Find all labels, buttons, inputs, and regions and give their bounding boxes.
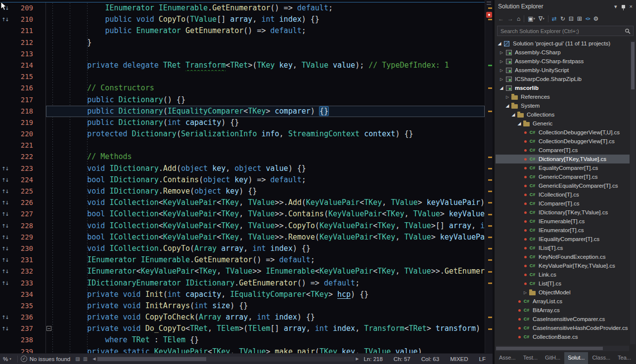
pin-icon[interactable] — [622, 3, 625, 9]
expanded-arrow-icon[interactable]: ◢ — [499, 85, 504, 90]
scroll-right-button[interactable]: ▶ — [356, 357, 359, 361]
tree-item[interactable]: ▷Assembly-CSharp — [496, 48, 630, 57]
tree-item[interactable]: C#ICollection[T].cs — [496, 190, 630, 199]
tree-horizontal-scrollbar[interactable] — [496, 346, 629, 351]
tree-item[interactable]: ◢Solution 'project-gui' (11 of 11 projec… — [496, 39, 630, 48]
tree-item[interactable]: C#IEnumerator[T].cs — [496, 226, 630, 235]
code-line-body[interactable]: // Methods — [45, 151, 485, 162]
expanded-arrow-icon[interactable]: ◢ — [510, 112, 516, 117]
tree-item[interactable]: C#List[T].cs — [496, 279, 630, 288]
code-line-body[interactable]: IEnumerator<KeyValuePair<TKey, TValue>> … — [45, 266, 485, 277]
reference-arrows-icon[interactable]: ↑↓ — [1, 323, 8, 334]
home-button[interactable]: ⌂ — [517, 15, 520, 22]
tree-item[interactable]: C#Dictionary[TKey,TValue].cs — [496, 155, 630, 163]
code-line-body[interactable]: IDictionaryEnumerator IDictionary.GetEnu… — [45, 278, 485, 289]
tree-item[interactable]: ▷References — [496, 92, 630, 101]
collapse-all-button[interactable]: ⊟ — [569, 15, 574, 22]
code-line-body[interactable]: protected Dictionary(SerializationInfo i… — [45, 128, 485, 140]
editor-vertical-scrollbar[interactable] — [485, 0, 493, 353]
code-line-body[interactable]: public Enumerator GetEnumerator() => def… — [45, 25, 485, 37]
tree-item[interactable]: C#GenericEqualityComparer[T].cs — [496, 181, 630, 190]
code-line-body[interactable] — [45, 71, 485, 82]
code-line-body[interactable]: IEnumerator IEnumerable.GetEnumerator() … — [45, 2, 485, 14]
hscroll-thumb[interactable] — [97, 357, 206, 361]
code-line-body[interactable]: bool IDictionary.Contains(object key) =>… — [45, 174, 485, 186]
reference-arrows-icon[interactable]: ↑↓ — [1, 220, 8, 232]
forward-button[interactable]: → — [507, 15, 513, 22]
collapsed-arrow-icon[interactable]: ▷ — [504, 95, 510, 99]
code-editor[interactable]: ↑↓209 IEnumerator IEnumerable.GetEnumera… — [0, 0, 493, 353]
reference-arrows-icon[interactable]: ↑↓ — [1, 197, 8, 208]
tree-item[interactable]: C#KeyValuePair[TKey,TValue].cs — [496, 261, 630, 270]
sync-with-active-document-button[interactable]: ⇄ — [552, 15, 557, 22]
code-line-body[interactable]: private void Init(int capacity, IEqualit… — [45, 289, 485, 300]
tree-item[interactable]: C#IComparer[T].cs — [496, 199, 630, 208]
reference-arrows-icon[interactable]: ↑↓ — [1, 312, 8, 323]
tree-item[interactable]: ▷ObjectModel — [496, 288, 630, 297]
search-icon[interactable] — [625, 28, 631, 34]
reference-arrows-icon[interactable]: ↑↓ — [1, 163, 8, 174]
code-line-body[interactable]: void ICollection<KeyValuePair<TKey, TVal… — [45, 197, 485, 208]
expanded-arrow-icon[interactable]: ◢ — [516, 121, 522, 126]
code-line-body[interactable]: bool ICollection<KeyValuePair<TKey, TVal… — [45, 208, 485, 220]
tree-item[interactable]: C#EqualityComparer[T].cs — [496, 163, 630, 172]
document-health[interactable]: ✓ No issues found — [21, 356, 70, 362]
collapsed-arrow-icon[interactable]: ▷ — [499, 50, 504, 55]
collapsed-arrow-icon[interactable]: ▷ — [499, 68, 504, 73]
tree-item[interactable]: ▷Assembly-UnityScript — [496, 66, 630, 75]
code-line-body[interactable]: IEnumerator IEnumerable.GetEnumerator() … — [45, 254, 485, 266]
tree-item[interactable]: ◢Collections — [496, 110, 630, 119]
back-button[interactable]: ← — [498, 15, 504, 22]
reference-arrows-icon[interactable]: ↑↓ — [1, 14, 8, 25]
expanded-arrow-icon[interactable]: ◢ — [504, 103, 510, 108]
tree-item[interactable]: ◢System — [496, 101, 630, 110]
search-box[interactable] — [497, 26, 634, 36]
collapsed-arrow-icon[interactable]: ▷ — [499, 59, 504, 64]
tree-hscroll-thumb[interactable] — [496, 347, 603, 350]
expanded-arrow-icon[interactable]: ◢ — [497, 41, 502, 46]
search-input[interactable] — [498, 28, 625, 34]
reference-arrows-icon[interactable]: ↑↓ — [1, 174, 8, 186]
tree-item[interactable]: C#GenericComparer[T].cs — [496, 172, 630, 181]
panel-tab-asse[interactable]: Asse... — [496, 352, 519, 364]
reference-arrows-icon[interactable]: ↑↓ — [1, 266, 8, 277]
panel-tab-class[interactable]: Class... — [589, 352, 614, 364]
reference-arrows-icon[interactable]: ↑↓ — [1, 186, 8, 197]
hscroll-track[interactable] — [96, 357, 355, 362]
tree-item[interactable]: C#IList[T].cs — [496, 243, 630, 252]
tree-item[interactable]: ▷Assembly-CSharp-firstpass — [496, 57, 630, 66]
show-all-files-button[interactable]: ⊞ — [577, 15, 582, 22]
code-line-body[interactable]: private delegate TRet Transform<TRet>(TK… — [45, 60, 485, 71]
code-line-body[interactable]: private static KeyValuePair<TKey, TValue… — [45, 346, 485, 353]
reference-arrows-icon[interactable]: ↑↓ — [1, 208, 8, 220]
tree-item[interactable]: ◢mscorlib — [496, 83, 630, 92]
reference-arrows-icon[interactable]: ↑↓ — [1, 243, 8, 254]
filter-button[interactable]: ∇▾ — [539, 15, 545, 22]
panel-tab-tea[interactable]: Tea... — [614, 352, 635, 364]
panel-title-bar[interactable]: Solution Explorer ▾× — [495, 0, 636, 13]
code-line-body[interactable] — [45, 140, 485, 151]
code-line-body[interactable]: // Constructors — [45, 82, 485, 94]
code-line-body[interactable]: private void InitArrays(int size) {} — [45, 300, 485, 312]
switch-views-button[interactable]: ▣▾ — [528, 15, 535, 22]
code-line-body[interactable]: void ICollection.CopyTo(Array array, int… — [45, 243, 485, 254]
tree-item[interactable]: C#CollectionBase.cs — [496, 332, 630, 341]
code-view-button[interactable]: <> — [586, 16, 590, 21]
code-line-body[interactable]: void IDictionary.Remove(object key) {} — [45, 186, 485, 197]
panel-tab-gith[interactable]: GitH... — [542, 352, 564, 364]
refresh-button[interactable]: ↻ — [560, 15, 565, 22]
tree-item[interactable]: C#CaseInsensitiveComparer.cs — [496, 315, 630, 324]
close-icon[interactable]: × — [630, 3, 633, 9]
panel-tab-solut[interactable]: Solut... — [564, 352, 588, 364]
tree-item[interactable]: C#CaseInsensitiveHashCodeProvider.cs — [496, 324, 630, 332]
code-line-body[interactable]: bool ICollection<KeyValuePair<TKey, TVal… — [45, 232, 485, 243]
tree-vertical-scrollbar[interactable] — [630, 40, 636, 344]
fold-collapse-icon[interactable]: − — [46, 326, 51, 331]
zoom-control[interactable]: %▾ — [0, 356, 14, 362]
code-line-body[interactable]: public Dictionary() {} — [45, 94, 485, 106]
reference-arrows-icon[interactable]: ↑↓ — [1, 278, 8, 289]
code-line-body[interactable]: − private void Do_CopyTo<TRet, TElem>(TE… — [45, 323, 485, 334]
tree-item[interactable]: C#BitArray.cs — [496, 306, 630, 315]
track-changes-icon[interactable]: ▥ — [83, 356, 88, 362]
code-line-body[interactable]: public Dictionary(IEqualityComparer<TKey… — [45, 106, 485, 117]
